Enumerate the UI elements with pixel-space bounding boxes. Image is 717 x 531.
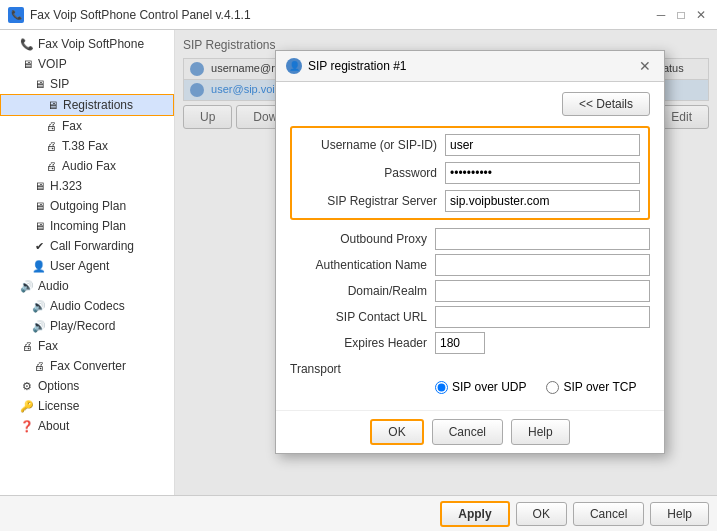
sidebar-item-fax-sub[interactable]: 🖨 Fax [0,116,174,136]
password-input[interactable] [445,162,640,184]
user-icon: 👤 [32,259,46,273]
sidebar-item-audio[interactable]: 🔊 Audio [0,276,174,296]
auth-name-input[interactable] [435,254,650,276]
cancel-button[interactable]: Cancel [573,502,644,526]
password-row: Password [300,162,640,184]
sidebar-item-fax-main[interactable]: 🖨 Fax [0,336,174,356]
sidebar-item-fax-voip-softphone[interactable]: 📞 Fax Voip SoftPhone [0,34,174,54]
audio-codecs-icon: 🔊 [32,299,46,313]
sidebar-item-audio-codecs[interactable]: 🔊 Audio Codecs [0,296,174,316]
auth-name-row: Authentication Name [290,254,650,276]
transport-udp-option[interactable]: SIP over UDP [435,380,526,394]
details-btn-row: << Details [290,92,650,116]
sip-contact-label: SIP Contact URL [290,310,435,324]
help-button[interactable]: Help [650,502,709,526]
play-record-icon: 🔊 [32,319,46,333]
transport-options: SIP over UDP SIP over TCP [290,380,650,394]
sidebar: 📞 Fax Voip SoftPhone 🖥 VOIP 🖥 SIP 🖥 Regi… [0,30,175,495]
dialog-body: << Details Username (or SIP-ID) Password [276,82,664,410]
phone-icon: 📞 [20,37,34,51]
sidebar-item-play-record[interactable]: 🔊 Play/Record [0,316,174,336]
sidebar-item-call-forwarding[interactable]: ✔ Call Forwarding [0,236,174,256]
username-row: Username (or SIP-ID) [300,134,640,156]
close-button[interactable]: ✕ [693,7,709,23]
license-icon: 🔑 [20,399,34,413]
transport-label: Transport [290,362,650,376]
monitor-icon-reg: 🖥 [45,98,59,112]
outbound-proxy-row: Outbound Proxy [290,228,650,250]
dialog-ok-button[interactable]: OK [370,419,423,445]
dialog-cancel-button[interactable]: Cancel [432,419,503,445]
domain-realm-input[interactable] [435,280,650,302]
domain-realm-label: Domain/Realm [290,284,435,298]
check-icon: ✔ [32,239,46,253]
expires-input[interactable] [435,332,485,354]
window-controls: ─ □ ✕ [653,7,709,23]
apply-button[interactable]: Apply [440,501,509,527]
sidebar-item-fax-converter[interactable]: 🖨 Fax Converter [0,356,174,376]
sidebar-item-sip[interactable]: 🖥 SIP [0,74,174,94]
incoming-icon: 🖥 [32,219,46,233]
username-label: Username (or SIP-ID) [300,138,445,152]
sip-contact-input[interactable] [435,306,650,328]
maximize-button[interactable]: □ [673,7,689,23]
dialog-footer: OK Cancel Help [276,410,664,453]
transport-tcp-option[interactable]: SIP over TCP [546,380,636,394]
fax-icon-sub: 🖨 [44,119,58,133]
content-area: SIP Registrations username@registrar Out… [175,30,717,495]
outbound-proxy-label: Outbound Proxy [290,232,435,246]
sidebar-item-voip[interactable]: 🖥 VOIP [0,54,174,74]
about-icon: ❓ [20,419,34,433]
sidebar-item-about[interactable]: ❓ About [0,416,174,436]
monitor-icon-h323: 🖥 [32,179,46,193]
ok-button[interactable]: OK [516,502,567,526]
fax-icon-t38: 🖨 [44,139,58,153]
expires-row: Expires Header [290,332,650,354]
expires-label: Expires Header [290,336,435,350]
sidebar-item-t38fax[interactable]: 🖨 T.38 Fax [0,136,174,156]
sidebar-item-registrations[interactable]: 🖥 Registrations [0,94,174,116]
sidebar-item-license[interactable]: 🔑 License [0,396,174,416]
window-title: Fax Voip SoftPhone Control Panel v.4.1.1 [30,8,251,22]
dialog-help-button[interactable]: Help [511,419,570,445]
transport-section: Transport SIP over UDP SIP over TCP [290,362,650,394]
sip-contact-row: SIP Contact URL [290,306,650,328]
dialog-title-bar: 👤 SIP registration #1 ✕ [276,51,664,82]
outbound-proxy-input[interactable] [435,228,650,250]
sip-registrar-input[interactable] [445,190,640,212]
password-label: Password [300,166,445,180]
sip-registrar-label: SIP Registrar Server [300,194,445,208]
transport-udp-radio[interactable] [435,381,448,394]
dialog-title-icon: 👤 [286,58,302,74]
sidebar-item-user-agent[interactable]: 👤 User Agent [0,256,174,276]
fax-main-icon: 🖨 [20,339,34,353]
sidebar-item-audiofax[interactable]: 🖨 Audio Fax [0,156,174,176]
highlighted-fields: Username (or SIP-ID) Password SIP Regist… [290,126,650,220]
transport-tcp-radio[interactable] [546,381,559,394]
details-button[interactable]: << Details [562,92,650,116]
monitor-icon: 🖥 [20,57,34,71]
sip-registrar-row: SIP Registrar Server [300,190,640,212]
main-container: 📞 Fax Voip SoftPhone 🖥 VOIP 🖥 SIP 🖥 Regi… [0,30,717,495]
dialog-title-text: SIP registration #1 [308,59,407,73]
sidebar-item-outgoing-plan[interactable]: 🖥 Outgoing Plan [0,196,174,216]
monitor-icon-sip: 🖥 [32,77,46,91]
audio-icon: 🔊 [20,279,34,293]
dialog-close-button[interactable]: ✕ [636,57,654,75]
modal-overlay: 👤 SIP registration #1 ✕ << Details Usern… [175,30,717,495]
auth-name-label: Authentication Name [290,258,435,272]
domain-realm-row: Domain/Realm [290,280,650,302]
fax-icon-audio: 🖨 [44,159,58,173]
sip-registration-dialog: 👤 SIP registration #1 ✕ << Details Usern… [275,50,665,454]
title-bar: 📞 Fax Voip SoftPhone Control Panel v.4.1… [0,0,717,30]
minimize-button[interactable]: ─ [653,7,669,23]
options-icon: ⚙ [20,379,34,393]
sidebar-item-h323[interactable]: 🖥 H.323 [0,176,174,196]
bottom-bar: Apply OK Cancel Help [0,495,717,531]
sidebar-item-options[interactable]: ⚙ Options [0,376,174,396]
app-icon: 📞 [8,7,24,23]
username-input[interactable] [445,134,640,156]
dialog-title-left: 👤 SIP registration #1 [286,58,407,74]
outgoing-icon: 🖥 [32,199,46,213]
sidebar-item-incoming-plan[interactable]: 🖥 Incoming Plan [0,216,174,236]
